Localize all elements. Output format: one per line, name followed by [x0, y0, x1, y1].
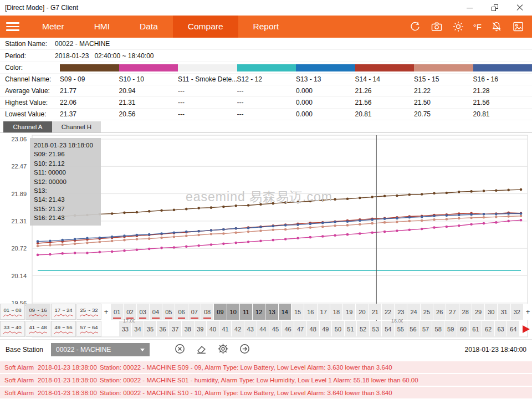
- tab-channel-h[interactable]: Channel H: [52, 121, 101, 132]
- channel-number-06[interactable]: 06: [175, 304, 187, 320]
- channel-number-16[interactable]: 16: [304, 304, 316, 320]
- channel-group-tab[interactable]: 33 ~ 40: [0, 321, 25, 337]
- channel-number-15[interactable]: 15: [291, 304, 304, 320]
- channel-number-53[interactable]: 53: [370, 321, 382, 337]
- channel-number-17[interactable]: 17: [318, 304, 330, 320]
- channel-group-tab[interactable]: 49 ~ 56: [51, 321, 76, 337]
- channel-number-37[interactable]: 37: [169, 321, 181, 337]
- channel-number-11[interactable]: 11: [240, 304, 252, 320]
- go-arrow-icon[interactable]: [239, 343, 250, 357]
- brightness-icon[interactable]: [452, 20, 465, 33]
- channel-number-14[interactable]: 14: [279, 304, 291, 320]
- channel-low: 20.75: [414, 109, 473, 120]
- channel-number-44[interactable]: 44: [257, 321, 269, 337]
- add-channel-button[interactable]: +: [524, 304, 532, 320]
- channel-number-42[interactable]: 42: [232, 321, 244, 337]
- channel-number-38[interactable]: 38: [182, 321, 194, 337]
- channel-number-08[interactable]: 08: [201, 304, 213, 320]
- channel-group-tab[interactable]: 09 ~ 16: [25, 304, 50, 320]
- tab-channel-a[interactable]: Channel A: [3, 121, 52, 132]
- channel-number-02[interactable]: 02: [124, 304, 136, 320]
- gear-icon[interactable]: [217, 343, 229, 357]
- channel-color-cell: [296, 62, 355, 74]
- nav-item-report[interactable]: Report: [238, 16, 294, 38]
- channel-number-61[interactable]: 61: [470, 321, 482, 337]
- channel-number-49[interactable]: 49: [320, 321, 332, 337]
- channel-number-25[interactable]: 25: [421, 304, 433, 320]
- channel-number-26[interactable]: 26: [433, 304, 446, 320]
- channel-number-63[interactable]: 63: [495, 321, 507, 337]
- chart-area[interactable]: 23.0622.4721.8921.3120.7220.1419.56 ease…: [0, 132, 532, 340]
- fahrenheit-toggle[interactable]: °F: [473, 20, 482, 33]
- channel-number-58[interactable]: 58: [432, 321, 444, 337]
- channel-number-13[interactable]: 13: [265, 304, 278, 320]
- channel-number-28[interactable]: 28: [459, 304, 472, 320]
- channel-number-18[interactable]: 18: [330, 304, 342, 320]
- channel-number-50[interactable]: 50: [332, 321, 344, 337]
- restore-button[interactable]: [482, 0, 507, 16]
- channel-number-46[interactable]: 46: [282, 321, 294, 337]
- channel-number-05[interactable]: 05: [162, 304, 175, 320]
- hamburger-menu-icon[interactable]: [6, 22, 19, 31]
- channel-number-39[interactable]: 39: [195, 321, 207, 337]
- close-button[interactable]: [507, 0, 532, 16]
- channel-number-04[interactable]: 04: [150, 304, 162, 320]
- channel-number-48[interactable]: 48: [307, 321, 319, 337]
- channel-number-62[interactable]: 62: [482, 321, 494, 337]
- channel-number-36[interactable]: 36: [157, 321, 169, 337]
- alarm-row[interactable]: Soft Alarm2018-01-23 18:38:00Station: 00…: [0, 374, 532, 386]
- channel-number-09[interactable]: 09: [214, 304, 226, 320]
- channel-number-30[interactable]: 30: [485, 304, 497, 320]
- channel-number-32[interactable]: 32: [511, 304, 523, 320]
- minimize-button[interactable]: [457, 0, 482, 16]
- channel-number-29[interactable]: 29: [472, 304, 484, 320]
- cancel-circle-icon[interactable]: [174, 343, 186, 357]
- channel-group-tab[interactable]: 41 ~ 48: [25, 321, 50, 337]
- channel-number-64[interactable]: 64: [507, 321, 519, 337]
- channel-number-22[interactable]: 22: [382, 304, 394, 320]
- image-icon[interactable]: [511, 20, 525, 33]
- channel-number-57[interactable]: 57: [420, 321, 432, 337]
- channel-number-51[interactable]: 51: [345, 321, 357, 337]
- channel-number-20[interactable]: 20: [356, 304, 368, 320]
- channel-group-tab[interactable]: 17 ~ 24: [51, 304, 76, 320]
- base-station-dropdown[interactable]: 00022 - MACHINE: [51, 343, 150, 356]
- channel-number-59[interactable]: 59: [444, 321, 457, 337]
- channel-number-27[interactable]: 27: [446, 304, 458, 320]
- channel-number-35[interactable]: 35: [144, 321, 156, 337]
- nav-item-meter[interactable]: Meter: [27, 16, 79, 38]
- channel-number-19[interactable]: 19: [343, 304, 355, 320]
- channel-number-52[interactable]: 52: [357, 321, 369, 337]
- scroll-right-arrow[interactable]: [520, 321, 532, 337]
- alarm-bell-icon[interactable]: [490, 20, 503, 33]
- channel-number-40[interactable]: 40: [207, 321, 219, 337]
- channel-number-03[interactable]: 03: [137, 304, 149, 320]
- nav-item-hmi[interactable]: HMI: [79, 16, 125, 38]
- nav-item-compare[interactable]: Compare: [173, 16, 238, 38]
- channel-number-24[interactable]: 24: [407, 304, 420, 320]
- channel-number-41[interactable]: 41: [219, 321, 232, 337]
- channel-number-56[interactable]: 56: [407, 321, 420, 337]
- channel-number-47[interactable]: 47: [294, 321, 306, 337]
- channel-number-07[interactable]: 07: [188, 304, 201, 320]
- alarm-row[interactable]: Soft Alarm2018-01-23 18:38:00Station: 00…: [0, 361, 532, 373]
- channel-group-tab[interactable]: 25 ~ 32: [76, 304, 101, 320]
- channel-number-43[interactable]: 43: [244, 321, 257, 337]
- alarm-row[interactable]: Soft Alarm2018-01-23 18:38:00Station: 00…: [0, 387, 532, 398]
- channel-number-12[interactable]: 12: [253, 304, 265, 320]
- channel-number-10[interactable]: 10: [227, 304, 239, 320]
- refresh-icon[interactable]: [408, 20, 422, 33]
- group-label: 09 ~ 16: [29, 307, 47, 313]
- channel-group-tab[interactable]: 57 ~ 64: [76, 321, 101, 337]
- channel-number-45[interactable]: 45: [269, 321, 282, 337]
- channel-number-23[interactable]: 23: [395, 304, 407, 320]
- channel-number-60[interactable]: 60: [457, 321, 469, 337]
- eraser-icon[interactable]: [196, 343, 207, 357]
- camera-icon[interactable]: [430, 20, 443, 33]
- channel-group-tab[interactable]: 01 ~ 08: [0, 304, 25, 320]
- channel-number-31[interactable]: 31: [498, 304, 510, 320]
- channel-number-01[interactable]: 01: [111, 304, 123, 320]
- nav-item-data[interactable]: Data: [125, 16, 173, 38]
- channel-number-21[interactable]: 21: [369, 304, 381, 320]
- add-channel-button[interactable]: +: [102, 304, 110, 320]
